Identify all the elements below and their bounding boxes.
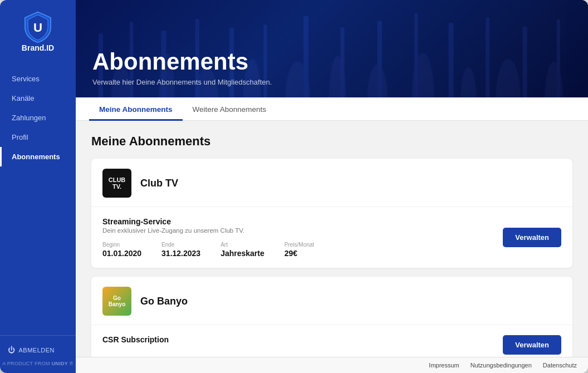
footer-link-nutzungsbedingungen[interactable]: Nutzungsbedingungen — [471, 362, 532, 369]
logout-label: ABMELDEN — [19, 347, 55, 354]
subscription-card-go-banyo: GoBanyo Go Banyo CSR Subscription Verwal… — [91, 277, 572, 357]
tab-meine-abonnements[interactable]: Meine Abonnements — [89, 97, 183, 121]
sidebar: U Brand.ID Services Kanäle Zahlungen Pro… — [0, 0, 76, 373]
meta-value-preis: 29€ — [285, 249, 314, 258]
club-tv-logo: CLUB TV. — [102, 169, 131, 198]
section-title: Meine Abonnements — [91, 134, 572, 149]
power-icon: ⏻ — [8, 346, 16, 354]
meta-label-ende: Ende — [161, 242, 200, 248]
meta-beginn: Beginn 01.01.2020 — [102, 242, 141, 258]
sidebar-item-profil[interactable]: Profil — [0, 127, 76, 147]
meta-value-art: Jahreskarte — [220, 249, 264, 258]
sidebar-bottom: ⏻ ABMELDEN A PRODUCT FROM UNIDY ® — [0, 335, 76, 373]
sidebar-item-kanaele[interactable]: Kanäle — [0, 89, 76, 108]
sidebar-item-services[interactable]: Services — [0, 69, 76, 89]
subscription-name-go-banyo: Go Banyo — [140, 296, 188, 307]
hero-header: Abonnements Verwalte hier Deine Abonneme… — [76, 0, 588, 97]
app-wrapper: U Brand.ID Services Kanäle Zahlungen Pro… — [0, 0, 588, 373]
subscription-info-club-tv: Streaming-Service Dein exklusiver Live-Z… — [102, 217, 492, 258]
service-name-club-tv: Streaming-Service — [102, 217, 492, 226]
meta-label-art: Art — [220, 242, 264, 248]
footer-link-impressum[interactable]: Impressum — [429, 362, 459, 369]
content-area: Meine Abonnements CLUB TV. Club TV Strea… — [76, 121, 588, 357]
subscription-header-club-tv: CLUB TV. Club TV — [91, 159, 572, 207]
app-footer: Impressum Nutzungsbedingungen Datenschut… — [76, 357, 588, 373]
brand-name: Brand.ID — [22, 43, 54, 52]
meta-label-preis: Preis/Monat — [285, 242, 314, 248]
hero-text: Abonnements Verwalte hier Deine Abonneme… — [76, 49, 288, 97]
go-banyo-logo: GoBanyo — [102, 287, 131, 316]
subscription-header-go-banyo: GoBanyo Go Banyo — [91, 277, 572, 325]
page-subtitle: Verwalte hier Deine Abonnements und Mitg… — [92, 78, 272, 86]
footer-link-datenschutz[interactable]: Datenschutz — [543, 362, 577, 369]
tab-weitere-abonnements[interactable]: Weitere Abonnements — [183, 97, 277, 121]
sidebar-nav: Services Kanäle Zahlungen Profil Abonnem… — [0, 69, 76, 335]
page-title: Abonnements — [92, 49, 272, 75]
go-banyo-logo-text: GoBanyo — [109, 295, 126, 308]
tabs-bar: Meine Abonnements Weitere Abonnements — [76, 97, 588, 121]
subscription-body-go-banyo: CSR Subscription Verwalten — [91, 325, 572, 357]
meta-ende: Ende 31.12.2023 — [161, 242, 200, 258]
subscription-info-go-banyo: CSR Subscription — [102, 335, 492, 345]
sidebar-item-abonnements[interactable]: Abonnements — [0, 147, 76, 166]
subscription-body-club-tv: Streaming-Service Dein exklusiver Live-Z… — [91, 207, 572, 268]
sidebar-item-zahlungen[interactable]: Zahlungen — [0, 108, 76, 127]
subscription-name-club-tv: Club TV — [140, 178, 178, 189]
subscription-meta-club-tv: Beginn 01.01.2020 Ende 31.12.2023 Art Ja… — [102, 242, 492, 258]
manage-button-club-tv[interactable]: Verwalten — [503, 228, 561, 247]
meta-label-beginn: Beginn — [102, 242, 141, 248]
manage-button-go-banyo[interactable]: Verwalten — [503, 335, 561, 355]
subscription-card-club-tv: CLUB TV. Club TV Streaming-Service Dein … — [91, 159, 572, 268]
meta-art: Art Jahreskarte — [220, 242, 264, 258]
subscription-row-club-tv: Streaming-Service Dein exklusiver Live-Z… — [102, 217, 561, 258]
main-content: Abonnements Verwalte hier Deine Abonneme… — [76, 0, 588, 373]
meta-preis: Preis/Monat 29€ — [285, 242, 314, 258]
subscription-row-go-banyo: CSR Subscription Verwalten — [102, 335, 561, 355]
footer-brand: A PRODUCT FROM UNIDY ® — [0, 357, 76, 369]
service-desc-club-tv: Dein exklusiver Live-Zugang zu unserem C… — [102, 227, 492, 234]
logout-button[interactable]: ⏻ ABMELDEN — [0, 342, 76, 357]
service-name-go-banyo: CSR Subscription — [102, 335, 492, 344]
svg-text:U: U — [33, 21, 42, 35]
brand-logo: U — [21, 10, 55, 43]
meta-value-ende: 31.12.2023 — [161, 249, 200, 258]
meta-value-beginn: 01.01.2020 — [102, 249, 141, 258]
